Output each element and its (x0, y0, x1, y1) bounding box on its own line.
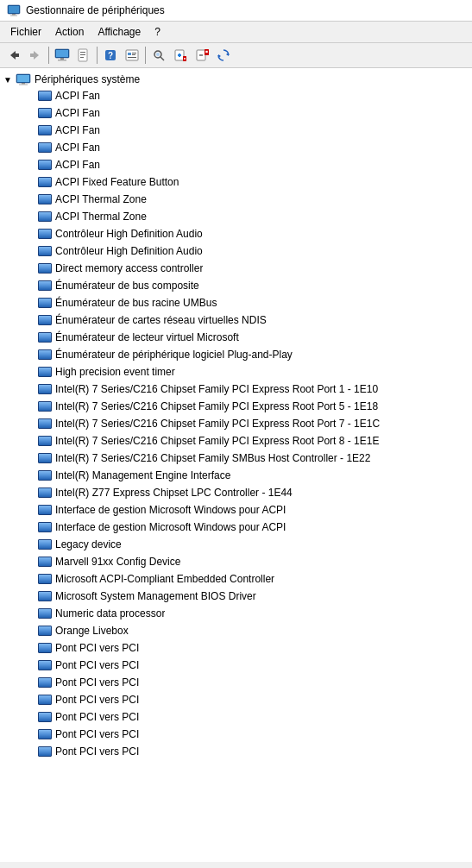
tree-item[interactable]: Pont PCI vers PCI (0, 674, 472, 691)
menu-action[interactable]: Action (48, 23, 91, 41)
device-icon (38, 574, 52, 584)
device-label: Contrôleur High Definition Audio (55, 226, 203, 242)
device-icon (38, 487, 52, 498)
device-label: ACPI Fan (55, 88, 100, 104)
tree-item[interactable]: Énumérateur de bus composite (0, 277, 472, 294)
tree-item[interactable]: Interface de gestion Microsoft Windows p… (0, 501, 472, 519)
device-label: Énumérateur de bus racine UMBus (55, 295, 217, 311)
tree-item[interactable]: ACPI Thermal Zone (0, 191, 472, 208)
svg-rect-1 (9, 6, 19, 13)
root-chevron: ▼ (3, 75, 14, 85)
tree-item[interactable]: Énumérateur de cartes réseau virtuelles … (0, 311, 472, 329)
device-icon (38, 695, 52, 705)
device-label: Énumérateur de bus composite (55, 278, 199, 293)
details-button[interactable] (122, 45, 142, 66)
tree-item[interactable]: Marvell 91xx Config Device (0, 553, 472, 570)
help-button[interactable]: ? (100, 45, 121, 66)
device-icon (38, 177, 52, 187)
add-button[interactable] (170, 45, 191, 66)
tree-item[interactable]: Intel(R) 7 Series/C216 Chipset Family PC… (0, 432, 472, 450)
tree-item[interactable]: Intel(R) 7 Series/C216 Chipset Family PC… (0, 381, 472, 398)
tree-item[interactable]: Pont PCI vers PCI (0, 743, 472, 760)
device-label: High precision event timer (55, 364, 175, 380)
tree-item[interactable]: Pont PCI vers PCI (0, 708, 472, 726)
device-icon (38, 246, 52, 256)
device-label: ACPI Fan (55, 157, 100, 173)
device-icon (38, 142, 52, 153)
tree-item[interactable]: Intel(R) 7 Series/C216 Chipset Family SM… (0, 450, 472, 467)
device-label: Pont PCI vers PCI (55, 675, 139, 690)
tree-item[interactable]: ACPI Fan (0, 104, 472, 122)
tree-item[interactable]: ACPI Fan (0, 122, 472, 139)
device-label: Intel(R) 7 Series/C216 Chipset Family PC… (55, 416, 380, 431)
tree-item[interactable]: ACPI Fan (0, 139, 472, 156)
device-icon (38, 505, 52, 515)
tree-item[interactable]: ACPI Fan (0, 156, 472, 173)
svg-rect-13 (80, 52, 85, 53)
update-button[interactable] (213, 45, 234, 66)
tree-item[interactable]: Énumérateur de bus racine UMBus (0, 294, 472, 311)
tree-item[interactable]: Pont PCI vers PCI (0, 657, 472, 674)
tree-item[interactable]: Contrôleur High Definition Audio (0, 225, 472, 242)
device-icon (38, 729, 52, 739)
tree-item[interactable]: Microsoft ACPI-Compliant Embedded Contro… (0, 570, 472, 588)
toolbar-sep-2 (97, 47, 98, 64)
device-label: Pont PCI vers PCI (55, 640, 139, 656)
properties-button[interactable] (73, 45, 94, 66)
toolbar: ? (0, 43, 472, 68)
title-bar-icon (7, 3, 21, 17)
tree-item[interactable]: Énumérateur de lecteur virtuel Microsoft (0, 329, 472, 346)
device-list: ACPI FanACPI FanACPI FanACPI FanACPI Fan… (0, 87, 472, 760)
tree-root[interactable]: ▼ Périphériques système (0, 72, 472, 87)
device-label: Interface de gestion Microsoft Windows p… (55, 502, 286, 518)
tree-item[interactable]: Intel(R) Management Engine Interface (0, 467, 472, 484)
device-icon (38, 125, 52, 135)
device-label: Pont PCI vers PCI (55, 709, 139, 725)
scan-button[interactable] (148, 45, 169, 66)
tree-item[interactable]: Numeric data processor (0, 605, 472, 622)
device-label: Intel(R) 7 Series/C216 Chipset Family PC… (55, 399, 378, 414)
device-label: Pont PCI vers PCI (55, 726, 139, 742)
tree-item[interactable]: Intel(R) Z77 Express Chipset LPC Control… (0, 484, 472, 501)
tree-item[interactable]: Legacy device (0, 536, 472, 553)
tree-item[interactable]: Direct memory access controller (0, 260, 472, 277)
tree-item[interactable]: Pont PCI vers PCI (0, 691, 472, 708)
tree-item[interactable]: Intel(R) 7 Series/C216 Chipset Family PC… (0, 398, 472, 415)
tree-item[interactable]: High precision event timer (0, 363, 472, 381)
menu-help[interactable]: ? (148, 23, 167, 41)
device-icon (38, 626, 52, 636)
tree-item[interactable]: Énumérateur de périphérique logiciel Plu… (0, 346, 472, 363)
tree-item[interactable]: Intel(R) 7 Series/C216 Chipset Family PC… (0, 415, 472, 432)
svg-rect-15 (80, 57, 84, 58)
device-icon (38, 539, 52, 550)
computer-button[interactable] (52, 45, 72, 66)
svg-rect-9 (56, 50, 68, 57)
tree-item[interactable]: ACPI Thermal Zone (0, 208, 472, 225)
device-label: Pont PCI vers PCI (55, 657, 139, 673)
device-label: Énumérateur de cartes réseau virtuelles … (55, 312, 267, 328)
toolbar-sep-3 (145, 47, 146, 64)
device-label: Intel(R) 7 Series/C216 Chipset Family PC… (55, 381, 378, 397)
device-icon (38, 746, 52, 757)
tree-item[interactable]: Orange Livebox (0, 622, 472, 639)
device-icon (38, 712, 52, 722)
tree-item[interactable]: ACPI Fan (0, 87, 472, 104)
tree-item[interactable]: Pont PCI vers PCI (0, 639, 472, 657)
svg-marker-37 (218, 54, 221, 58)
device-icon (38, 349, 52, 360)
device-label: Direct memory access controller (55, 261, 203, 276)
forward-button[interactable] (25, 45, 46, 66)
back-button[interactable] (3, 45, 24, 66)
menu-affichage[interactable]: Affichage (91, 23, 148, 41)
tree-item[interactable]: Contrôleur High Definition Audio (0, 242, 472, 260)
tree-item[interactable]: Interface de gestion Microsoft Windows p… (0, 519, 472, 536)
tree-item[interactable]: Microsoft System Management BIOS Driver (0, 588, 472, 605)
device-icon (38, 522, 52, 532)
remove-button[interactable] (192, 45, 212, 66)
device-icon (38, 401, 52, 412)
menu-fichier[interactable]: Fichier (3, 23, 48, 41)
tree-item[interactable]: Pont PCI vers PCI (0, 726, 472, 743)
device-label: ACPI Thermal Zone (55, 209, 147, 224)
tree-item[interactable]: ACPI Fixed Feature Button (0, 173, 472, 191)
device-label: Énumérateur de lecteur virtuel Microsoft (55, 330, 239, 345)
